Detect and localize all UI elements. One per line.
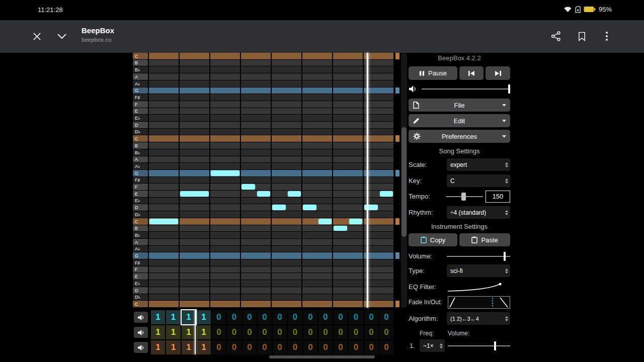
pattern-cell[interactable]: 0 bbox=[258, 340, 272, 354]
pattern-cell[interactable]: 1 bbox=[197, 340, 211, 354]
pitch-grid-cell[interactable] bbox=[333, 60, 363, 66]
pitch-grid-cell[interactable] bbox=[180, 218, 209, 225]
pitch-grid-cell[interactable] bbox=[210, 225, 240, 231]
pitch-grid-cell[interactable] bbox=[210, 204, 240, 211]
piano-key[interactable]: E bbox=[133, 273, 148, 280]
pitch-grid-cell[interactable] bbox=[180, 149, 209, 156]
octave-scrollbar-thumb[interactable] bbox=[401, 127, 407, 237]
piano-key[interactable]: G bbox=[133, 87, 148, 94]
piano-key[interactable]: A bbox=[133, 239, 148, 245]
pitch-grid-cell[interactable] bbox=[302, 142, 332, 149]
piano-key[interactable]: C bbox=[133, 135, 148, 142]
pitch-grid-cell[interactable] bbox=[149, 135, 179, 142]
piano-key[interactable]: E♭ bbox=[133, 115, 148, 121]
pitch-grid-cell[interactable] bbox=[149, 191, 179, 197]
piano-key[interactable]: A bbox=[133, 156, 148, 162]
pitch-grid-cell[interactable] bbox=[210, 108, 240, 114]
pitch-grid-cell[interactable] bbox=[210, 129, 240, 135]
prev-bar-button[interactable] bbox=[459, 66, 484, 80]
pitch-grid-cell[interactable] bbox=[333, 122, 363, 128]
pattern-cell[interactable]: 0 bbox=[349, 310, 363, 324]
pitch-grid-cell[interactable] bbox=[149, 142, 179, 149]
pitch-grid-cell[interactable] bbox=[149, 80, 179, 87]
pitch-grid-cell[interactable] bbox=[241, 80, 271, 87]
pattern-cell[interactable]: 0 bbox=[243, 310, 257, 324]
instrument-volume-thumb[interactable] bbox=[504, 252, 506, 261]
piano-key[interactable]: A♭ bbox=[133, 80, 148, 87]
pitch-grid-cell[interactable] bbox=[210, 218, 240, 225]
pitch-grid-cell[interactable] bbox=[333, 170, 363, 176]
pitch-grid-cell[interactable] bbox=[302, 191, 332, 197]
pitch-grid-cell[interactable] bbox=[333, 273, 363, 280]
pitch-grid-cell[interactable] bbox=[210, 191, 240, 197]
pitch-grid-cell[interactable] bbox=[302, 53, 332, 59]
pitch-grid-cell[interactable] bbox=[241, 156, 271, 162]
pitch-grid-cell[interactable] bbox=[180, 177, 209, 183]
note[interactable] bbox=[180, 191, 209, 197]
pitch-grid-cell[interactable] bbox=[149, 60, 179, 66]
piano-key[interactable]: F bbox=[133, 101, 148, 108]
pitch-grid-cell[interactable] bbox=[302, 108, 332, 114]
pitch-grid-cell[interactable] bbox=[241, 170, 271, 176]
pitch-grid-cell[interactable] bbox=[210, 142, 240, 149]
pitch-grid-cell[interactable] bbox=[302, 301, 332, 307]
pattern-cell[interactable]: 0 bbox=[334, 340, 348, 354]
copy-button[interactable]: Copy bbox=[409, 233, 457, 246]
pitch-grid-cell[interactable] bbox=[272, 266, 301, 273]
pitch-grid-cell[interactable] bbox=[149, 232, 179, 238]
piano-key[interactable]: B bbox=[133, 142, 148, 149]
piano-key[interactable]: B♭ bbox=[133, 149, 148, 156]
pitch-grid-cell[interactable] bbox=[210, 252, 240, 259]
pattern-cell[interactable]: 0 bbox=[227, 310, 242, 324]
pattern-cell[interactable]: 0 bbox=[334, 310, 348, 324]
pitch-grid-cell[interactable] bbox=[241, 101, 271, 108]
pitch-grid-cell[interactable] bbox=[241, 115, 271, 121]
pitch-grid-cell[interactable] bbox=[180, 266, 209, 273]
pitch-grid-cell[interactable] bbox=[333, 177, 363, 183]
fade-graph[interactable] bbox=[448, 296, 510, 309]
pitch-grid-cell[interactable] bbox=[210, 232, 240, 238]
pitch-grid-cell[interactable] bbox=[302, 184, 332, 190]
tempo-slider-thumb[interactable] bbox=[461, 193, 466, 201]
note[interactable] bbox=[334, 226, 347, 231]
pattern-cell[interactable]: 1 bbox=[151, 340, 165, 354]
pitch-grid-cell[interactable] bbox=[302, 135, 332, 142]
pitch-grid-cell[interactable] bbox=[302, 66, 332, 73]
pitch-grid-cell[interactable] bbox=[333, 108, 363, 114]
pitch-grid-cell[interactable] bbox=[333, 129, 363, 135]
note[interactable] bbox=[303, 205, 316, 210]
pattern-cell[interactable]: 0 bbox=[349, 340, 363, 354]
pattern-cell[interactable]: 0 bbox=[303, 310, 317, 324]
pattern-cell[interactable]: 0 bbox=[288, 310, 302, 324]
pitch-grid-cell[interactable] bbox=[241, 246, 271, 252]
pitch-grid-cell[interactable] bbox=[180, 287, 209, 294]
pitch-grid-cell[interactable] bbox=[180, 294, 209, 300]
pattern-cell[interactable]: 0 bbox=[273, 340, 287, 354]
pitch-grid-cell[interactable] bbox=[302, 156, 332, 162]
pitch-grid-cell[interactable] bbox=[149, 122, 179, 128]
pitch-grid-cell[interactable] bbox=[180, 163, 209, 169]
pitch-grid-cell[interactable] bbox=[272, 101, 301, 108]
piano-key[interactable]: D♭ bbox=[133, 211, 148, 218]
pitch-grid-cell[interactable] bbox=[241, 294, 271, 300]
pitch-grid-cell[interactable] bbox=[302, 294, 332, 300]
pitch-grid-cell[interactable] bbox=[241, 287, 271, 294]
pitch-grid-cell[interactable] bbox=[241, 142, 271, 149]
pitch-grid-cell[interactable] bbox=[210, 60, 240, 66]
pitch-grid-cell[interactable] bbox=[302, 163, 332, 169]
pitch-grid-cell[interactable] bbox=[180, 170, 209, 176]
pitch-grid-cell[interactable] bbox=[272, 211, 301, 218]
pattern-cell[interactable]: 0 bbox=[318, 340, 333, 354]
pitch-grid-cell[interactable] bbox=[241, 73, 271, 80]
operator-1-volume-thumb[interactable] bbox=[494, 341, 496, 350]
pitch-grid-cell[interactable] bbox=[180, 239, 209, 245]
pitch-grid-cell[interactable] bbox=[149, 129, 179, 135]
pitch-grid-cell[interactable] bbox=[149, 101, 179, 108]
piano-key[interactable]: A♭ bbox=[133, 246, 148, 252]
piano-key[interactable]: C bbox=[133, 218, 148, 225]
pitch-grid-cell[interactable] bbox=[180, 252, 209, 259]
pattern-cell[interactable]: 0 bbox=[318, 310, 333, 324]
pitch-grid-cell[interactable] bbox=[149, 73, 179, 80]
pitch-grid-cell[interactable] bbox=[333, 301, 363, 307]
pitch-grid-cell[interactable] bbox=[272, 273, 301, 280]
